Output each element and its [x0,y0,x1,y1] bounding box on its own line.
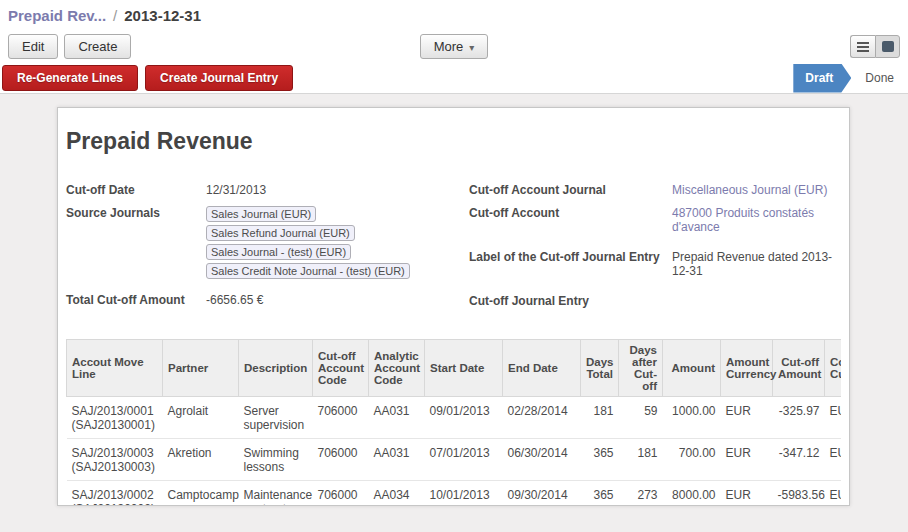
table-cell: 10/01/2013 [425,481,503,507]
table-cell: AA034 [369,481,425,507]
table-cell: 700.00 [663,439,721,481]
form-icon [882,41,894,52]
table-cell: EUR [825,397,842,439]
table-cell: 181 [581,397,619,439]
field-cutoff-account-journal: Cut-off Account Journal Miscellaneous Jo… [469,181,847,197]
form-sheet: Prepaid Revenue Cut-off Date 12/31/2013 … [57,107,850,506]
table-cell: 06/30/2014 [503,439,581,481]
table-cell: 09/30/2014 [503,481,581,507]
table-cell: AA031 [369,439,425,481]
table-cell: SAJ/2013/0002 (SAJ20130002) [67,481,163,507]
edit-button[interactable]: Edit [8,34,58,59]
breadcrumb-current: 2013-12-31 [124,7,201,24]
chevron-down-icon: ▾ [469,42,474,53]
field-total-cutoff-amount: Total Cut-off Amount -6656.65 € [66,291,469,307]
table-header-row: Accout Move LinePartnerDescriptionCut-of… [67,340,842,397]
field-cutoff-journal-entry: Cut-off Journal Entry [469,292,847,308]
table-row[interactable]: SAJ/2013/0003 (SAJ20130003)AkretionSwimm… [67,439,842,481]
field-cutoff-account: Cut-off Account 487000 Produits constaté… [469,204,847,234]
page-title: Prepaid Revenue [66,128,841,155]
table-cell: 02/28/2014 [503,397,581,439]
journal-entry-label-value: Prepaid Revenue dated 2013-12-31 [672,248,847,278]
table-row[interactable]: SAJ/2013/0002 (SAJ20130002)CamptocampMai… [67,481,842,507]
more-dropdown-button[interactable]: More▾ [420,34,489,59]
table-cell: 706000 [313,439,369,481]
table-cell: 09/01/2013 [425,397,503,439]
source-journals-label: Source Journals [66,204,206,279]
journal-tag[interactable]: Sales Journal - (test) (EUR) [206,244,351,260]
table-cell: 07/01/2013 [425,439,503,481]
source-journals-tags: Sales Journal (EUR)Sales Refund Journal … [206,204,454,279]
cutoff-lines-table-wrap: Accout Move LinePartnerDescriptionCut-of… [66,339,841,506]
toolbar: Edit Create More▾ [0,30,908,63]
column-header[interactable]: Description [239,340,313,397]
field-section: Cut-off Date 12/31/2013 Source Journals … [66,181,841,315]
create-button[interactable]: Create [64,34,131,59]
journal-tag[interactable]: Sales Credit Note Journal - (test) (EUR) [206,263,410,279]
table-cell: AA031 [369,397,425,439]
cutoff-journal-entry-label: Cut-off Journal Entry [469,292,672,308]
breadcrumb: Prepaid Rev... / 2013-12-31 [0,0,908,30]
breadcrumb-separator: / [113,7,117,24]
status-draft[interactable]: Draft [793,64,851,93]
cutoff-account-journal-link[interactable]: Miscellaneous Journal (EUR) [672,181,847,197]
table-cell: Camptocamp [163,481,239,507]
table-cell: 181 [619,439,663,481]
table-cell: EUR [825,439,842,481]
table-cell: 273 [619,481,663,507]
column-header[interactable]: Cut-off Amount [773,340,825,397]
column-header[interactable]: Amount Currency [721,340,773,397]
field-cutoff-date: Cut-off Date 12/31/2013 [66,181,469,197]
total-cutoff-amount-value: -6656.65 € [206,291,454,307]
cutoff-account-link[interactable]: 487000 Produits constatés d'avance [672,204,847,234]
column-header[interactable]: Cut-off Account Code [313,340,369,397]
list-icon [857,42,869,52]
table-cell: EUR [721,481,773,507]
journal-entry-label-label: Label of the Cut-off Journal Entry [469,248,672,278]
table-cell: Server supervision [239,397,313,439]
column-header[interactable]: Partner [163,340,239,397]
field-source-journals: Source Journals Sales Journal (EUR)Sales… [66,204,469,279]
cutoff-date-label: Cut-off Date [66,181,206,197]
column-header[interactable]: Company Currency [825,340,842,397]
statusbar: Draft Done [793,64,908,93]
column-header[interactable]: Amount [663,340,721,397]
table-body: SAJ/2013/0001 (SAJ20130001)AgrolaitServe… [67,397,842,507]
table-cell: SAJ/2013/0003 (SAJ20130003) [67,439,163,481]
table-cell: -347.12 [773,439,825,481]
toolbar-center: More▾ [0,34,908,59]
list-view-button[interactable] [850,35,875,58]
column-header[interactable]: Analytic Account Code [369,340,425,397]
table-cell: 706000 [313,397,369,439]
create-journal-entry-button[interactable]: Create Journal Entry [145,65,293,91]
table-cell: Maintenance contract [239,481,313,507]
view-switcher [850,35,900,58]
table-cell: Agrolait [163,397,239,439]
cutoff-lines-table: Accout Move LinePartnerDescriptionCut-of… [66,339,841,506]
column-header[interactable]: Days after Cut-off [619,340,663,397]
table-cell: EUR [825,481,842,507]
table-cell: 706000 [313,481,369,507]
cutoff-journal-entry-value [672,292,847,308]
form-view-button[interactable] [875,35,900,58]
table-row[interactable]: SAJ/2013/0001 (SAJ20130001)AgrolaitServe… [67,397,842,439]
cutoff-account-journal-label: Cut-off Account Journal [469,181,672,197]
column-header[interactable]: Accout Move Line [67,340,163,397]
journal-tag[interactable]: Sales Refund Journal (EUR) [206,225,355,241]
column-header[interactable]: End Date [503,340,581,397]
content-area: Prepaid Revenue Cut-off Date 12/31/2013 … [0,94,908,506]
regenerate-lines-button[interactable]: Re-Generate Lines [2,65,138,91]
journal-tag[interactable]: Sales Journal (EUR) [206,206,316,222]
status-done[interactable]: Done [851,64,908,93]
cutoff-date-value: 12/31/2013 [206,181,454,197]
table-cell: SAJ/2013/0001 (SAJ20130001) [67,397,163,439]
column-header[interactable]: Start Date [425,340,503,397]
table-cell: 1000.00 [663,397,721,439]
more-label: More [434,39,464,54]
table-cell: 365 [581,439,619,481]
breadcrumb-parent-link[interactable]: Prepaid Rev... [8,7,106,24]
table-cell: 59 [619,397,663,439]
table-cell: EUR [721,397,773,439]
column-header[interactable]: Days Total [581,340,619,397]
table-cell: Swimming lessons [239,439,313,481]
